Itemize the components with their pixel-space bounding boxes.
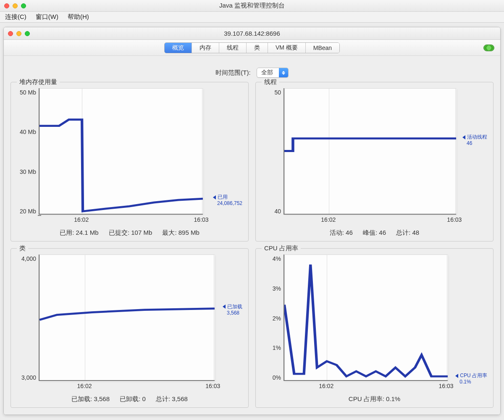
- tab-threads[interactable]: 线程: [219, 43, 247, 53]
- y-tick: 0%: [273, 374, 281, 381]
- tab-mbean[interactable]: MBean: [306, 43, 339, 53]
- menubar: 连接(C) 窗口(W) 帮助(H): [0, 12, 504, 23]
- y-axis: 4,000 3,000: [15, 255, 39, 392]
- x-tick: 16:02: [319, 383, 333, 389]
- arrow-left-icon: [213, 195, 216, 200]
- summary-item: 已用: 24.1 Mb: [60, 229, 99, 236]
- outer-window: Java 监视和管理控制台 连接(C) 窗口(W) 帮助(H) 39.107.6…: [0, 0, 504, 420]
- x-axis: 16:02 16:03: [39, 216, 203, 226]
- chart-annotation: 已加载 3,568: [223, 304, 242, 316]
- tab-classes[interactable]: 类: [247, 43, 268, 53]
- y-tick: 30 Mb: [20, 168, 36, 175]
- y-axis: 50 40: [260, 88, 284, 226]
- plot-area: [39, 88, 203, 215]
- minimize-icon[interactable]: [13, 3, 18, 8]
- y-tick: 2%: [273, 315, 281, 322]
- charts-grid: 堆内存使用量 50 Mb 40 Mb 30 Mb 20 Mb: [10, 82, 494, 415]
- menu-connection[interactable]: 连接(C): [5, 13, 26, 21]
- inner-window-title: 39.107.68.142:8696: [4, 30, 500, 37]
- y-tick: 50 Mb: [20, 89, 36, 96]
- menu-window[interactable]: 窗口(W): [36, 13, 58, 21]
- y-tick: 40: [274, 208, 281, 215]
- panel-threads: 线程 50 40: [255, 82, 494, 242]
- y-tick: 3%: [273, 285, 281, 292]
- y-tick: 4%: [273, 255, 281, 262]
- arrow-left-icon: [223, 304, 226, 309]
- summary-item: 已加载: 3,568: [71, 395, 110, 402]
- x-tick: 16:03: [205, 383, 220, 389]
- close-icon[interactable]: [8, 31, 13, 36]
- classes-summary: 已加载: 3,568 已卸载: 0 总计: 3,568: [15, 392, 244, 404]
- arrow-left-icon: [455, 374, 458, 378]
- summary-item: 总计: 48: [396, 229, 419, 236]
- panel-heap: 堆内存使用量 50 Mb 40 Mb 30 Mb 20 Mb: [10, 82, 249, 242]
- zoom-icon[interactable]: [25, 31, 30, 36]
- dropdown-icon: [279, 68, 288, 77]
- y-tick: 20 Mb: [20, 208, 36, 215]
- menu-help[interactable]: 帮助(H): [68, 13, 89, 21]
- summary-item: 峰值: 46: [363, 229, 386, 236]
- chart-annotation: CPU 占用率 0.1%: [455, 373, 487, 385]
- tab-overview[interactable]: 概览: [165, 43, 192, 53]
- panel-title: 线程: [262, 78, 279, 86]
- x-tick: 16:03: [447, 216, 462, 223]
- summary-item: 活动: 46: [330, 229, 353, 236]
- x-tick: 16:02: [77, 383, 92, 389]
- x-tick: 16:03: [439, 383, 454, 389]
- panel-cpu: CPU 占用率 4% 3% 2% 1% 0%: [255, 248, 494, 408]
- y-tick: 40 Mb: [20, 129, 36, 135]
- x-tick: 16:02: [74, 216, 89, 223]
- x-axis: 16:02 16:03: [284, 383, 448, 392]
- tabbar: 概览 内存 线程 类 VM 概要 MBean: [164, 42, 340, 53]
- tab-vmsummary[interactable]: VM 概要: [268, 43, 306, 53]
- chart-annotation: 已用 24,086,752: [213, 194, 242, 207]
- y-axis: 4% 3% 2% 1% 0%: [260, 255, 284, 392]
- panel-title: 类: [17, 244, 28, 252]
- traffic-lights: [4, 3, 26, 8]
- minimize-icon[interactable]: [16, 31, 21, 36]
- summary-item: 已卸载: 0: [120, 395, 146, 402]
- cpu-summary: CPU 占用率: 0.1%: [260, 392, 489, 404]
- time-range-value: 全部: [257, 69, 279, 76]
- threads-chart[interactable]: 50 40 1: [260, 88, 489, 226]
- heap-summary: 已用: 24.1 Mb 已提交: 107 Mb 最大: 895 Mb: [15, 226, 244, 238]
- inner-titlebar[interactable]: 39.107.68.142:8696: [4, 27, 500, 40]
- arrow-left-icon: [462, 135, 465, 139]
- plot-area: [39, 255, 215, 381]
- heap-chart[interactable]: 50 Mb 40 Mb 30 Mb 20 Mb: [15, 88, 244, 226]
- panel-title: 堆内存使用量: [17, 78, 60, 86]
- time-range-label: 时间范围(T):: [215, 69, 250, 77]
- chart-annotation: 活动线程 46: [462, 134, 487, 147]
- y-axis: 50 Mb 40 Mb 30 Mb 20 Mb: [15, 88, 39, 226]
- close-icon[interactable]: [4, 3, 9, 8]
- outer-titlebar[interactable]: Java 监视和管理控制台: [0, 0, 504, 12]
- summary-item: 最大: 895 Mb: [162, 229, 199, 236]
- classes-chart[interactable]: 4,000 3,000: [15, 255, 244, 392]
- inner-traffic-lights: [8, 31, 30, 36]
- time-range-row: 时间范围(T): 全部: [10, 63, 494, 82]
- body: 时间范围(T): 全部 堆内存使用量 50 Mb 40 Mb: [4, 56, 500, 415]
- connection-status-icon[interactable]: [483, 45, 494, 51]
- tabbar-row: 概览 内存 线程 类 VM 概要 MBean: [4, 40, 500, 56]
- x-tick: 16:03: [194, 216, 209, 223]
- threads-summary: 活动: 46 峰值: 46 总计: 48: [260, 226, 489, 238]
- y-tick: 50: [274, 89, 281, 96]
- y-tick: 1%: [273, 344, 281, 351]
- zoom-icon[interactable]: [21, 3, 26, 8]
- plot-area: [284, 255, 448, 381]
- inner-window: 39.107.68.142:8696 概览 内存 线程 类 VM 概要 MBea…: [3, 27, 501, 415]
- outer-window-title: Java 监视和管理控制台: [0, 2, 504, 10]
- x-tick: 16:02: [321, 216, 336, 223]
- tab-memory[interactable]: 内存: [192, 43, 219, 53]
- cpu-chart[interactable]: 4% 3% 2% 1% 0%: [260, 255, 489, 392]
- panel-title: CPU 占用率: [262, 244, 301, 252]
- y-tick: 3,000: [21, 374, 36, 381]
- y-tick: 4,000: [21, 255, 36, 262]
- x-axis: 16:02 16:03: [39, 383, 215, 392]
- panel-classes: 类 4,000 3,000: [10, 248, 249, 408]
- x-axis: 16:02 16:03: [284, 216, 456, 226]
- time-range-select[interactable]: 全部: [257, 68, 289, 78]
- summary-item: 已提交: 107 Mb: [109, 229, 152, 236]
- plot-area: [284, 88, 456, 215]
- summary-item: 总计: 3,568: [156, 395, 188, 402]
